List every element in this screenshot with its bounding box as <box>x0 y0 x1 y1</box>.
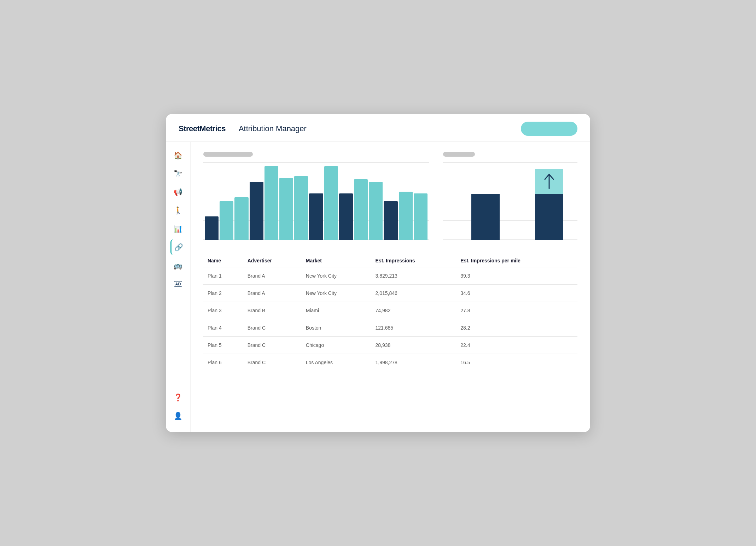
bar <box>399 192 413 240</box>
content-area: Name Advertiser Market Est. Impressions … <box>191 142 590 432</box>
charts-row <box>203 152 577 240</box>
sidebar-item-ads[interactable]: AD <box>170 276 186 292</box>
table-section: Name Advertiser Market Est. Impressions … <box>203 254 577 371</box>
bar <box>220 201 233 240</box>
right-bar-2 <box>521 162 577 240</box>
bar <box>264 166 278 240</box>
cell-est-impressions-per-mile: 34.6 <box>456 285 577 302</box>
sidebar-item-home[interactable]: 🏠 <box>170 147 186 163</box>
cell-name: Plan 5 <box>203 337 243 354</box>
right-bar-chart <box>443 162 577 240</box>
bar-stacked-1 <box>471 194 500 240</box>
cell-est-impressions: 74,982 <box>371 302 456 319</box>
cell-est-impressions: 2,015,846 <box>371 285 456 302</box>
bar <box>294 176 308 240</box>
data-table: Name Advertiser Market Est. Impressions … <box>203 254 577 371</box>
cell-name: Plan 1 <box>203 267 243 285</box>
bar <box>309 193 323 240</box>
col-advertiser: Advertiser <box>243 254 302 267</box>
cell-est-impressions-per-mile: 39.3 <box>456 267 577 285</box>
megaphone-icon: 📢 <box>174 188 182 196</box>
cell-market: New York City <box>302 285 371 302</box>
right-bar-1 <box>457 162 514 240</box>
bar <box>384 201 397 240</box>
arrow-up-icon <box>543 173 556 190</box>
sidebar-nav: 🏠 🔭 📢 🚶 📊 🔗 🚌 <box>170 147 186 387</box>
left-bar-chart <box>203 162 429 240</box>
bar-bottom-2 <box>535 194 563 240</box>
header: StreetMetrics Attribution Manager <box>166 114 590 142</box>
sidebar-item-search[interactable]: 🔭 <box>170 166 186 181</box>
col-market: Market <box>302 254 371 267</box>
cell-advertiser: Brand C <box>243 354 302 371</box>
app-window: StreetMetrics Attribution Manager 🏠 🔭 📢 <box>166 114 590 432</box>
table-header: Name Advertiser Market Est. Impressions … <box>203 254 577 267</box>
cell-est-impressions-per-mile: 28.2 <box>456 319 577 337</box>
cell-advertiser: Brand A <box>243 267 302 285</box>
bar <box>414 193 428 240</box>
cell-est-impressions: 3,829,213 <box>371 267 456 285</box>
bar-stacked-2 <box>535 169 563 240</box>
sidebar-item-analytics[interactable]: 📊 <box>170 221 186 237</box>
left-chart-section <box>203 152 429 240</box>
help-icon: ❓ <box>174 393 182 402</box>
home-icon: 🏠 <box>174 151 182 159</box>
binoculars-icon: 🔭 <box>174 169 182 178</box>
header-divider <box>232 123 232 134</box>
audience-icon: 🚶 <box>174 206 182 215</box>
chart-icon: 📊 <box>174 225 182 233</box>
sidebar-item-transit[interactable]: 🚌 <box>170 258 186 273</box>
cell-market: Los Angeles <box>302 354 371 371</box>
cell-market: New York City <box>302 267 371 285</box>
right-chart-filter[interactable] <box>443 152 475 157</box>
cell-est-impressions: 121,685 <box>371 319 456 337</box>
cell-name: Plan 2 <box>203 285 243 302</box>
bar <box>279 178 293 240</box>
attribution-icon: 🔗 <box>174 243 183 251</box>
sidebar-item-campaigns[interactable]: 📢 <box>170 184 186 200</box>
col-name: Name <box>203 254 243 267</box>
col-est-impressions: Est. Impressions <box>371 254 456 267</box>
cell-est-impressions-per-mile: 16.5 <box>456 354 577 371</box>
bar <box>354 179 368 240</box>
cell-est-impressions-per-mile: 22.4 <box>456 337 577 354</box>
bar <box>324 166 338 240</box>
table-body: Plan 1 Brand A New York City 3,829,213 3… <box>203 267 577 371</box>
sidebar: 🏠 🔭 📢 🚶 📊 🔗 🚌 <box>166 142 191 432</box>
logo: StreetMetrics <box>179 124 226 133</box>
profile-icon: 👤 <box>174 412 182 420</box>
table-row[interactable]: Plan 6 Brand C Los Angeles 1,998,278 16.… <box>203 354 577 371</box>
left-chart-bars <box>203 162 429 240</box>
cell-name: Plan 3 <box>203 302 243 319</box>
table-row[interactable]: Plan 5 Brand C Chicago 28,938 22.4 <box>203 337 577 354</box>
right-chart-section <box>443 152 577 240</box>
sidebar-item-help[interactable]: ❓ <box>170 390 186 405</box>
left-chart-filter[interactable] <box>203 152 253 157</box>
cell-advertiser: Brand C <box>243 319 302 337</box>
table-row[interactable]: Plan 3 Brand B Miami 74,982 27.8 <box>203 302 577 319</box>
cell-market: Chicago <box>302 337 371 354</box>
ads-icon: AD <box>174 281 182 287</box>
cell-advertiser: Brand B <box>243 302 302 319</box>
bar <box>234 197 248 240</box>
table-header-row: Name Advertiser Market Est. Impressions … <box>203 254 577 267</box>
right-chart-bars <box>457 162 577 240</box>
cell-name: Plan 4 <box>203 319 243 337</box>
sidebar-item-attribution[interactable]: 🔗 <box>170 239 186 255</box>
cell-name: Plan 6 <box>203 354 243 371</box>
bar <box>369 182 383 240</box>
table-row[interactable]: Plan 1 Brand A New York City 3,829,213 3… <box>203 267 577 285</box>
cell-est-impressions: 1,998,278 <box>371 354 456 371</box>
brand-regular: Street <box>179 124 199 133</box>
cell-market: Miami <box>302 302 371 319</box>
header-left: StreetMetrics Attribution Manager <box>179 123 307 134</box>
cell-advertiser: Brand C <box>243 337 302 354</box>
sidebar-item-audience[interactable]: 🚶 <box>170 203 186 218</box>
sidebar-bottom: ❓ 👤 <box>170 390 186 426</box>
table-row[interactable]: Plan 2 Brand A New York City 2,015,846 3… <box>203 285 577 302</box>
header-cta-button[interactable] <box>521 122 577 136</box>
cell-advertiser: Brand A <box>243 285 302 302</box>
table-row[interactable]: Plan 4 Brand C Boston 121,685 28.2 <box>203 319 577 337</box>
main-layout: 🏠 🔭 📢 🚶 📊 🔗 🚌 <box>166 142 590 432</box>
sidebar-item-profile[interactable]: 👤 <box>170 408 186 424</box>
